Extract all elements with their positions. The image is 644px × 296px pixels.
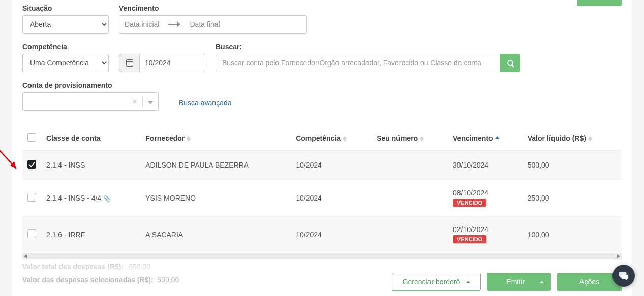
table-row[interactable]: 2.1.4 - INSS - 4/4 📎 YSIS MORENO 10/2024… (22, 180, 622, 216)
col-seu-numero[interactable]: Seu número (372, 126, 448, 151)
cell-seu-numero (372, 216, 448, 253)
vencimento-range-input[interactable]: Data inicial Data final (119, 15, 307, 34)
caret-up-icon (466, 281, 470, 283)
competencia-label: Competência (22, 43, 109, 51)
caret-up-icon (540, 281, 544, 283)
buscar-label: Buscar: (216, 43, 622, 51)
row-checkbox[interactable] (27, 229, 36, 238)
situacao-label: Situação (22, 4, 109, 12)
cell-vencimento: 08/10/2024VENCIDO (448, 180, 523, 216)
provisionamento-label: Conta de provisionamento (22, 81, 159, 89)
overdue-badge: VENCIDO (453, 235, 486, 243)
footer-bar: Valor das despesas selecionadas (R$): 50… (12, 264, 632, 296)
cell-fornecedor: YSIS MORENO (140, 180, 291, 216)
horizontal-scrollbar[interactable] (22, 253, 622, 259)
cell-classe: 2.1.4 - INSS (41, 151, 140, 180)
cell-fornecedor: ADILSON DE PAULA BEZERRA (140, 151, 291, 180)
results-table: Classe de conta Fornecedor Competência S… (22, 126, 622, 252)
date-to-placeholder: Data final (190, 20, 220, 28)
sort-icon (187, 136, 191, 142)
col-valor[interactable]: Valor líquido (R$) (523, 126, 622, 151)
col-fornecedor[interactable]: Fornecedor (140, 126, 291, 151)
cell-classe: 2.1.6 - IRRF (41, 216, 140, 253)
cell-vencimento: 30/10/2024 (448, 151, 523, 180)
calendar-addon[interactable] (119, 54, 139, 72)
cell-valor: 500,00 (523, 151, 622, 180)
selected-total: Valor das despesas selecionadas (R$): 50… (22, 276, 179, 284)
cell-classe: 2.1.4 - INSS - 4/4 📎 (41, 180, 140, 216)
search-button[interactable] (500, 54, 520, 72)
col-classe[interactable]: Classe de conta (41, 126, 140, 151)
date-from-placeholder: Data inicial (125, 20, 159, 28)
advanced-search-link[interactable]: Busca avançada (179, 98, 232, 111)
clear-icon[interactable]: × (127, 97, 142, 106)
cell-seu-numero (372, 180, 448, 216)
acoes-button[interactable]: Ações (557, 273, 622, 291)
chat-fab[interactable] (612, 265, 635, 287)
competencia-mode-select[interactable]: Uma Competência (22, 54, 109, 72)
chat-icon (618, 270, 629, 281)
row-checkbox[interactable] (27, 160, 36, 169)
overdue-badge: VENCIDO (453, 199, 486, 207)
table-row[interactable]: 2.1.6 - IRRF A SACARIA 10/2024 02/10/202… (22, 216, 622, 253)
cell-valor: 100,00 (523, 216, 622, 253)
cell-competencia: 10/2024 (291, 151, 372, 180)
sort-icon (588, 136, 592, 142)
search-icon (507, 60, 513, 66)
arrow-right-icon (168, 22, 180, 27)
sort-icon (495, 136, 499, 142)
emitir-button[interactable]: Emitir (487, 273, 551, 291)
competencia-input[interactable] (139, 54, 205, 72)
col-vencimento[interactable]: Vencimento (448, 126, 523, 151)
chevron-down-icon[interactable] (143, 97, 158, 106)
cell-seu-numero (372, 151, 448, 180)
cell-competencia: 10/2024 (291, 180, 372, 216)
situacao-select[interactable]: Aberta (22, 15, 109, 34)
search-input[interactable] (216, 54, 500, 72)
row-checkbox[interactable] (27, 193, 36, 202)
vencimento-label: Vencimento (119, 4, 307, 12)
provisionamento-combo[interactable]: × (22, 92, 159, 111)
paperclip-icon: 📎 (103, 195, 111, 202)
select-all-checkbox[interactable] (27, 133, 36, 142)
gerenciar-bordero-button[interactable]: Gerenciar borderô (392, 273, 481, 291)
cell-valor: 250,00 (523, 180, 622, 216)
sort-icon (420, 136, 424, 142)
top-green-button[interactable] (577, 0, 622, 6)
col-competencia[interactable]: Competência (291, 126, 372, 151)
sort-icon (343, 136, 347, 142)
calendar-icon (126, 59, 133, 67)
cell-competencia: 10/2024 (291, 216, 372, 253)
table-row[interactable]: 2.1.4 - INSS ADILSON DE PAULA BEZERRA 10… (22, 151, 622, 180)
cell-vencimento: 02/10/2024VENCIDO (448, 216, 523, 253)
cell-fornecedor: A SACARIA (140, 216, 291, 253)
